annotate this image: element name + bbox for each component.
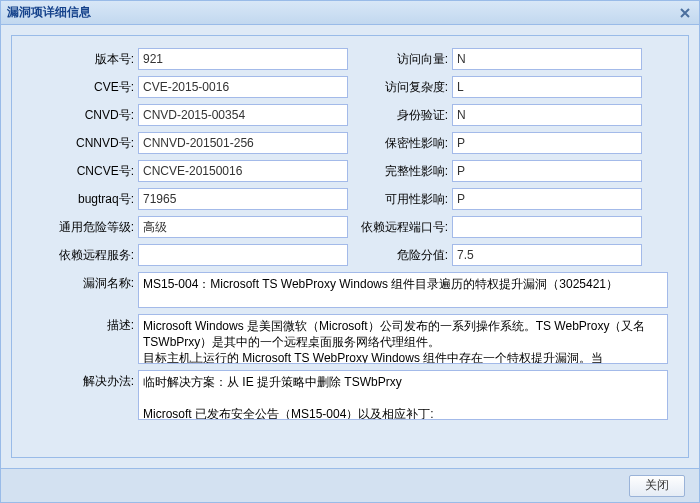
remote-svc-field[interactable] — [138, 244, 348, 266]
risk-field[interactable] — [138, 216, 348, 238]
au-label: 身份验证: — [350, 104, 452, 126]
av-label: 访问向量: — [350, 48, 452, 70]
close-button[interactable]: 关闭 — [629, 475, 685, 497]
version-field[interactable] — [138, 48, 348, 70]
ai-label: 可用性影响: — [350, 188, 452, 210]
fix-field[interactable] — [138, 370, 668, 420]
risk-label: 通用危险等级: — [28, 216, 138, 238]
dialog-body: 版本号: 访问向量: CVE号: 访问复杂度: — [1, 25, 699, 468]
cncve-label: CNCVE号: — [28, 160, 138, 182]
score-field[interactable] — [452, 244, 642, 266]
ii-label: 完整性影响: — [350, 160, 452, 182]
close-icon[interactable] — [677, 5, 693, 21]
av-field[interactable] — [452, 48, 642, 70]
cnvd-field[interactable] — [138, 104, 348, 126]
remote-svc-label: 依赖远程服务: — [28, 244, 138, 266]
ai-field[interactable] — [452, 188, 642, 210]
desc-label: 描述: — [28, 314, 138, 364]
ci-field[interactable] — [452, 132, 642, 154]
port-field[interactable] — [452, 216, 642, 238]
dialog-footer: 关闭 — [1, 468, 699, 502]
vuln-name-field[interactable] — [138, 272, 668, 308]
bugtraq-field[interactable] — [138, 188, 348, 210]
cnnvd-label: CNNVD号: — [28, 132, 138, 154]
ii-field[interactable] — [452, 160, 642, 182]
ci-label: 保密性影响: — [350, 132, 452, 154]
ac-label: 访问复杂度: — [350, 76, 452, 98]
version-label: 版本号: — [28, 48, 138, 70]
form-panel: 版本号: 访问向量: CVE号: 访问复杂度: — [11, 35, 689, 458]
bugtraq-label: bugtraq号: — [28, 188, 138, 210]
fix-label: 解决办法: — [28, 370, 138, 420]
desc-field[interactable] — [138, 314, 668, 364]
ac-field[interactable] — [452, 76, 642, 98]
window-title: 漏洞项详细信息 — [7, 4, 677, 21]
vuln-name-label: 漏洞名称: — [28, 272, 138, 308]
cve-field[interactable] — [138, 76, 348, 98]
cnvd-label: CNVD号: — [28, 104, 138, 126]
dialog-window: 漏洞项详细信息 版本号: 访问向量: CVE号: — [0, 0, 700, 503]
cve-label: CVE号: — [28, 76, 138, 98]
score-label: 危险分值: — [350, 244, 452, 266]
cncve-field[interactable] — [138, 160, 348, 182]
cnnvd-field[interactable] — [138, 132, 348, 154]
au-field[interactable] — [452, 104, 642, 126]
port-label: 依赖远程端口号: — [350, 216, 452, 238]
titlebar: 漏洞项详细信息 — [1, 1, 699, 25]
